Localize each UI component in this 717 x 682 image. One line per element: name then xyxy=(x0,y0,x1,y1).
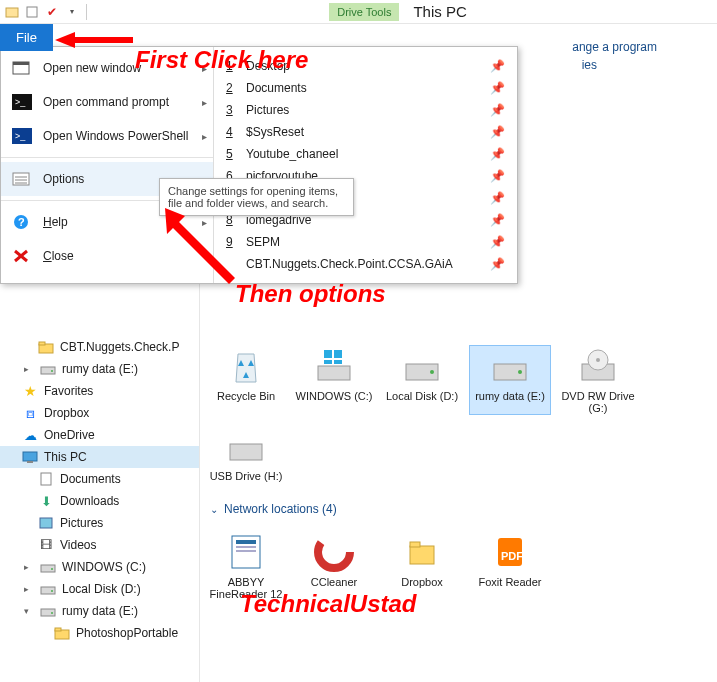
cmd-icon: >_ xyxy=(11,93,33,111)
frequent-label: SEPM xyxy=(246,235,280,249)
section-label: Network locations (4) xyxy=(224,502,337,516)
submenu-arrow-icon: ▸ xyxy=(202,97,207,108)
netloc-dropbox[interactable]: Dropbox xyxy=(382,532,462,600)
pin-icon[interactable]: 📌 xyxy=(490,169,505,183)
qat-check-icon[interactable]: ✔ xyxy=(44,4,60,20)
frequent-place-sepm[interactable]: 9SEPM📌 xyxy=(226,231,505,253)
close-icon xyxy=(11,247,33,265)
drive-icon xyxy=(40,559,56,575)
sidebar-item-favorites[interactable]: ★Favorites xyxy=(0,380,199,402)
sidebar-item-this-pc[interactable]: This PC xyxy=(0,446,199,468)
svg-text:PDF: PDF xyxy=(501,550,523,562)
abbyy-icon xyxy=(222,532,270,572)
sidebar-item-pictures[interactable]: Pictures xyxy=(0,512,199,534)
svg-rect-1 xyxy=(27,7,37,17)
file-menu-item-open-command-prompt[interactable]: >_Open command prompt▸ xyxy=(1,85,213,119)
sidebar-item-cbt-nuggets-check-p[interactable]: CBT.Nuggets.Check.P xyxy=(0,336,199,358)
menu-item-label: Close xyxy=(43,249,74,263)
sidebar-item-label: rumy data (E:) xyxy=(62,604,138,618)
netloc-label: Dropbox xyxy=(382,576,462,588)
svg-text:>_: >_ xyxy=(15,97,26,107)
frequent-place-cbt-nuggets-check-point-ccsa-gaia[interactable]: CBT.Nuggets.Check.Point.CCSA.GAiA📌 xyxy=(226,253,505,275)
window-icon xyxy=(11,59,33,77)
pin-icon[interactable]: 📌 xyxy=(490,257,505,271)
frequent-place-youtube-chaneel[interactable]: 5Youtube_chaneel📌 xyxy=(226,143,505,165)
sidebar-item-label: Videos xyxy=(60,538,96,552)
drive-local-disk-d-[interactable]: Local Disk (D:) xyxy=(382,346,462,414)
dbx-icon xyxy=(398,532,446,572)
svg-rect-49 xyxy=(236,540,256,544)
netloc-abbyy-finereader-12[interactable]: ABBYY FineReader 12 xyxy=(206,532,286,600)
netloc-foxit-reader[interactable]: PDFFoxit Reader xyxy=(470,532,550,600)
hdd-icon xyxy=(486,346,534,386)
expand-caret-icon[interactable]: ▸ xyxy=(24,364,34,374)
expand-caret-icon[interactable]: ▾ xyxy=(24,606,34,616)
frequent-place-pictures[interactable]: 3Pictures📌 xyxy=(226,99,505,121)
drive-windows-c-[interactable]: WINDOWS (C:) xyxy=(294,346,374,414)
pc-icon xyxy=(22,449,38,465)
svg-text:>_: >_ xyxy=(15,131,26,141)
sidebar-item-windows-c-[interactable]: ▸WINDOWS (C:) xyxy=(0,556,199,578)
sidebar-item-videos[interactable]: 🎞Videos xyxy=(0,534,199,556)
frequent-index: 1 xyxy=(226,59,236,73)
arrow-to-file-icon xyxy=(55,28,135,58)
svg-rect-23 xyxy=(27,461,33,463)
svg-rect-37 xyxy=(334,350,342,358)
svg-point-43 xyxy=(518,370,522,374)
frequent-place-documents[interactable]: 2Documents📌 xyxy=(226,77,505,99)
netloc-ccleaner[interactable]: CCleaner xyxy=(294,532,374,600)
file-tab[interactable]: File xyxy=(0,24,53,51)
drive-label: DVD RW Drive (G:) xyxy=(558,390,638,414)
svg-point-41 xyxy=(430,370,434,374)
sidebar-item-dropbox[interactable]: ⧈Dropbox xyxy=(0,402,199,424)
netloc-label: Foxit Reader xyxy=(470,576,550,588)
qat-new-icon[interactable] xyxy=(24,4,40,20)
pin-icon[interactable]: 📌 xyxy=(490,147,505,161)
sidebar-item-label: This PC xyxy=(44,450,87,464)
folder-icon xyxy=(38,339,54,355)
chevron-down-icon: ⌄ xyxy=(210,504,218,515)
svg-rect-50 xyxy=(236,546,256,548)
qat-dropdown-icon[interactable]: ▾ xyxy=(64,4,80,20)
sidebar-item-photoshopportable[interactable]: PhotoshopPortable xyxy=(0,622,199,644)
pin-icon[interactable]: 📌 xyxy=(490,191,505,205)
drive-icon xyxy=(40,581,56,597)
frequent-place-desktop[interactable]: 1Desktop📌 xyxy=(226,55,505,77)
drive-rumy-data-e-[interactable]: rumy data (E:) xyxy=(470,346,550,414)
pin-icon[interactable]: 📌 xyxy=(490,81,505,95)
svg-rect-25 xyxy=(40,518,52,528)
svg-rect-26 xyxy=(41,565,55,572)
file-menu-item-open-windows-powershell[interactable]: >_Open Windows PowerShell▸ xyxy=(1,119,213,153)
submenu-arrow-icon: ▸ xyxy=(202,131,207,142)
expand-caret-icon[interactable]: ▸ xyxy=(24,584,34,594)
drive-dvd-rw-drive-g-[interactable]: DVD RW Drive (G:) xyxy=(558,346,638,414)
sidebar-item-label: Local Disk (D:) xyxy=(62,582,141,596)
dropbox-icon: ⧈ xyxy=(22,405,38,421)
sidebar-item-onedrive[interactable]: ☁OneDrive xyxy=(0,424,199,446)
file-menu-panel: Open new window▸>_Open command prompt▸>_… xyxy=(0,46,518,284)
expand-caret-icon[interactable]: ▸ xyxy=(24,562,34,572)
drive-recycle-bin[interactable]: Recycle Bin xyxy=(206,346,286,414)
sidebar-item-downloads[interactable]: ⬇Downloads xyxy=(0,490,199,512)
sidebar-item-rumy-data-e-[interactable]: ▸rumy data (E:) xyxy=(0,358,199,380)
pin-icon[interactable]: 📌 xyxy=(490,125,505,139)
svg-rect-51 xyxy=(236,550,256,552)
frequent-place--sysreset[interactable]: 4$SysReset📌 xyxy=(226,121,505,143)
svg-point-46 xyxy=(596,358,600,362)
svg-rect-35 xyxy=(318,366,350,380)
submenu-arrow-icon: ▸ xyxy=(202,63,207,74)
sidebar-item-documents[interactable]: Documents xyxy=(0,468,199,490)
sidebar-item-label: Downloads xyxy=(60,494,119,508)
drive-usb-drive-h-[interactable]: USB Drive (H:) xyxy=(206,426,286,482)
pin-icon[interactable]: 📌 xyxy=(490,235,505,249)
pin-icon[interactable]: 📌 xyxy=(490,103,505,117)
drive-icon xyxy=(40,361,56,377)
sidebar-item-rumy-data-e-[interactable]: ▾rumy data (E:) xyxy=(0,600,199,622)
pin-icon[interactable]: 📌 xyxy=(490,59,505,73)
sidebar-item-local-disk-d-[interactable]: ▸Local Disk (D:) xyxy=(0,578,199,600)
network-locations-header[interactable]: ⌄Network locations (4) xyxy=(206,494,717,520)
sidebar-item-label: Dropbox xyxy=(44,406,89,420)
pin-icon[interactable]: 📌 xyxy=(490,213,505,227)
drive-tools-tab[interactable]: Drive Tools xyxy=(329,3,399,21)
svg-rect-47 xyxy=(230,444,262,460)
